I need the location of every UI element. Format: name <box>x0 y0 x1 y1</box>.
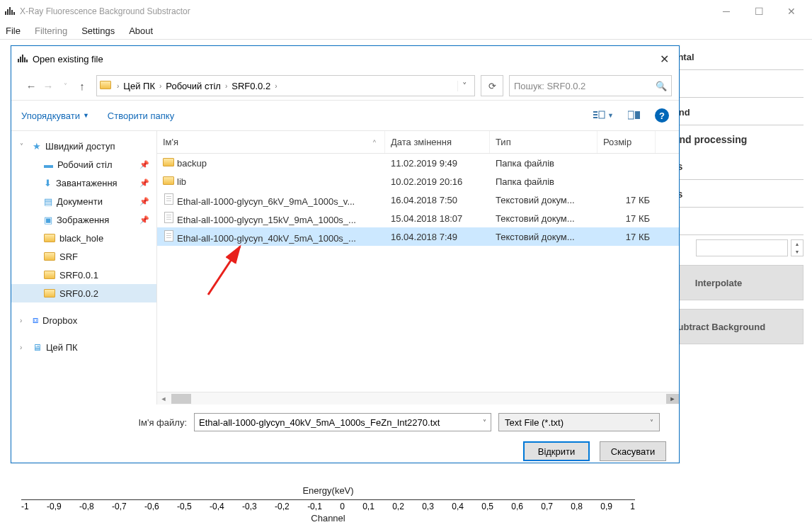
header-size[interactable]: Розмір <box>597 131 656 153</box>
svg-rect-2 <box>9 7 11 15</box>
preview-pane-button[interactable] <box>628 111 641 120</box>
close-button[interactable]: ✕ <box>775 0 808 23</box>
breadcrumb-bar[interactable]: › Цей ПК › Робочий стіл › SRF0.0.2 › ˅ <box>96 75 475 96</box>
nav-pictures[interactable]: ▣Зображення📌 <box>11 210 156 229</box>
dialog-close-button[interactable]: ✕ <box>656 52 673 66</box>
file-row[interactable]: backup11.02.2019 9:49Папка файлів <box>157 154 679 172</box>
expand-icon[interactable]: › <box>20 344 22 351</box>
nav-dropbox[interactable]: ›⧈Dropbox <box>11 311 156 329</box>
file-row[interactable]: Ethal-all-1000-glycyn_40kV_5mA_1000s_...… <box>157 227 679 246</box>
open-file-dialog: Open existing file ✕ ← → ˅ ↑ › Цей ПК › … <box>11 45 680 463</box>
axis-tick: 0,2 <box>392 502 404 511</box>
axis-ticks: -1-0,9-0,8-0,7-0,6-0,5-0,4-0,3-0,2-0,100… <box>21 500 635 513</box>
expand-icon[interactable]: ˅ <box>20 142 23 150</box>
dialog-body: ˅★Швидкий доступ ▬Робочий стіл📌 ⬇Заванта… <box>11 131 679 404</box>
chevron-down-icon: ▼ <box>83 112 89 119</box>
new-folder-button[interactable]: Створити папку <box>108 111 174 121</box>
svg-rect-7 <box>22 55 23 62</box>
filename-input[interactable]: Ethal-all-1000-glycyn_40kV_5mA_1000s_FeZ… <box>194 413 491 431</box>
axis-tick: 0,5 <box>481 502 493 511</box>
refresh-button[interactable]: ⟳ <box>481 75 503 96</box>
open-button[interactable]: Відкрити <box>523 441 590 461</box>
menu-file[interactable]: File <box>6 26 21 36</box>
help-button[interactable]: ? <box>655 108 669 123</box>
nav-quick-access[interactable]: ˅★Швидкий доступ <box>11 137 156 155</box>
chevron-down-icon[interactable]: ˅ <box>483 419 486 426</box>
horizontal-scrollbar[interactable]: ◄ ► <box>157 392 679 404</box>
file-list[interactable]: backup11.02.2019 9:49Папка файлівlib10.0… <box>157 154 679 392</box>
scroll-left-arrow[interactable]: ◄ <box>157 395 170 402</box>
axis-tick: -0,9 <box>47 502 62 511</box>
scroll-right-arrow[interactable]: ► <box>666 394 679 404</box>
nav-desktop[interactable]: ▬Робочий стіл📌 <box>11 155 156 174</box>
axis-tick: -0,6 <box>144 502 159 511</box>
chevron-icon[interactable]: › <box>114 82 122 90</box>
maximize-button[interactable]: ☐ <box>743 0 775 23</box>
scroll-thumb[interactable] <box>171 394 191 404</box>
window-controls: ─ ☐ ✕ <box>710 0 808 23</box>
header-type[interactable]: Тип <box>490 131 597 153</box>
svg-rect-5 <box>18 59 19 62</box>
organize-button[interactable]: Упорядкувати ▼ <box>21 111 89 121</box>
axis-tick: 0,1 <box>362 502 374 511</box>
pin-icon: 📌 <box>139 197 149 206</box>
view-mode-button[interactable]: ▼ <box>593 111 614 120</box>
axis-tickline <box>21 496 635 500</box>
nav-folder-srf002[interactable]: SRF0.0.2 <box>11 284 156 302</box>
nav-this-pc[interactable]: ›🖥Цей ПК <box>11 338 156 356</box>
stepper-input[interactable] <box>696 239 788 256</box>
folder-icon <box>100 81 111 91</box>
menu-settings[interactable]: Settings <box>81 26 115 36</box>
search-input[interactable]: Пошук: SRF0.0.2 🔍 <box>509 75 672 96</box>
folder-icon <box>44 234 55 242</box>
dialog-nav: ← → ˅ ↑ › Цей ПК › Робочий стіл › SRF0.0… <box>11 72 679 100</box>
folder-icon <box>44 289 55 298</box>
minimize-button[interactable]: ─ <box>710 0 743 23</box>
dialog-toolbar: Упорядкувати ▼ Створити папку ▼ ? <box>11 100 679 131</box>
nav-folder-srf001[interactable]: SRF0.0.1 <box>11 266 156 284</box>
nav-folder-srf[interactable]: SRF <box>11 247 156 266</box>
menu-about[interactable]: About <box>129 26 153 36</box>
chevron-icon[interactable]: › <box>272 82 280 90</box>
folder-icon <box>163 176 174 185</box>
svg-rect-8 <box>24 57 25 62</box>
cancel-button[interactable]: Скасувати <box>600 441 666 461</box>
header-name[interactable]: Ім'я^ <box>157 131 385 153</box>
file-row[interactable]: lib10.02.2019 20:16Папка файлів <box>157 172 679 191</box>
svg-rect-14 <box>628 111 634 119</box>
nav-back-button[interactable]: ← <box>23 80 40 92</box>
chevron-icon[interactable]: › <box>156 82 164 90</box>
dialog-icon <box>17 53 28 65</box>
nav-recent-dropdown[interactable]: ˅ <box>57 82 74 90</box>
header-date[interactable]: Дата змінення <box>385 131 490 153</box>
nav-pane: ˅★Швидкий доступ ▬Робочий стіл📌 ⬇Заванта… <box>11 131 157 404</box>
breadcrumb-segment[interactable]: SRF0.0.2 <box>230 81 272 91</box>
menu-filtering[interactable]: Filtering <box>35 26 67 36</box>
axis-tick: -0,4 <box>210 502 224 511</box>
breadcrumb-dropdown[interactable]: ˅ <box>457 81 471 91</box>
nav-downloads[interactable]: ⬇Завантаження📌 <box>11 174 156 192</box>
pin-icon: 📌 <box>139 160 149 169</box>
folder-icon <box>163 158 174 166</box>
file-header: Ім'я^ Дата змінення Тип Розмір <box>157 131 679 154</box>
nav-documents[interactable]: ▤Документи📌 <box>11 192 156 210</box>
text-file-icon <box>164 193 173 205</box>
dialog-bottom: Ім'я файлу: Ethal-all-1000-glycyn_40kV_5… <box>11 404 679 480</box>
file-row[interactable]: Ethal-all-1000-glycyn_6kV_9mA_1000s_v...… <box>157 191 679 209</box>
svg-rect-12 <box>593 117 597 118</box>
stepper-arrows[interactable]: ▲▼ <box>791 239 804 256</box>
axis-tick: 0,3 <box>422 502 434 511</box>
expand-icon[interactable]: › <box>20 317 22 324</box>
app-icon <box>4 6 16 18</box>
breadcrumb-segment[interactable]: Робочий стіл <box>164 81 222 91</box>
svg-rect-6 <box>20 57 21 62</box>
dialog-title: Open existing file <box>33 54 656 64</box>
nav-forward-button[interactable]: → <box>40 80 57 92</box>
dropbox-icon: ⧈ <box>33 315 38 326</box>
nav-up-button[interactable]: ↑ <box>74 80 91 92</box>
chevron-icon[interactable]: › <box>222 82 230 90</box>
nav-folder-blackhole[interactable]: black_hole <box>11 229 156 247</box>
breadcrumb-segment[interactable]: Цей ПК <box>122 81 156 91</box>
filetype-select[interactable]: Text File (*.txt)˅ <box>498 413 660 431</box>
file-row[interactable]: Ethal-all-1000-glycyn_15kV_9mA_1000s_...… <box>157 209 679 227</box>
